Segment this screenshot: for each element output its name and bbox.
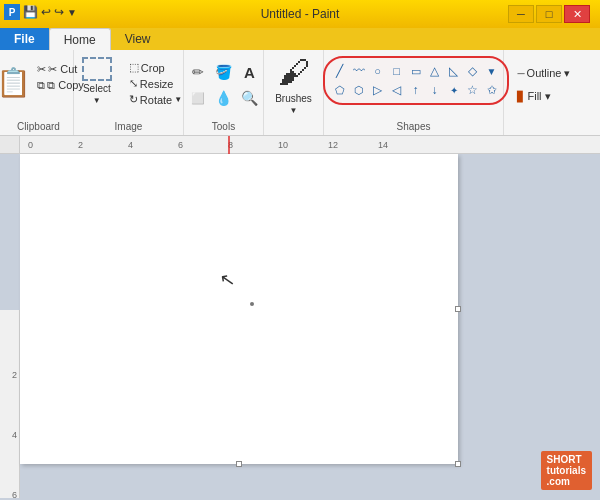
tools-label: Tools — [184, 121, 263, 132]
ruler-h-mark-0: 0 — [28, 140, 33, 150]
text-tool[interactable]: A — [238, 60, 262, 84]
paste-button[interactable]: 📋 — [0, 60, 35, 104]
paste-icon: 📋 — [0, 66, 31, 99]
tab-file[interactable]: File — [0, 28, 49, 50]
copy-icon: ⧉ — [37, 79, 45, 92]
canvas-point — [250, 302, 254, 306]
resize-icon: ⤡ — [129, 77, 138, 90]
outline-button[interactable]: ─ Outline ▾ — [512, 64, 575, 83]
fill-tool[interactable]: 🪣 — [212, 60, 236, 84]
shape-4-arrow[interactable]: ✦ — [445, 81, 463, 99]
shape-left-arrow[interactable]: ◁ — [388, 81, 406, 99]
shape-oval[interactable]: ○ — [369, 62, 387, 80]
cut-icon: ✂ — [37, 63, 46, 76]
brushes-button[interactable]: 🖌 Brushes ▼ — [268, 58, 320, 110]
paint-canvas[interactable] — [20, 154, 458, 464]
ruler-v-mark-2: 2 — [12, 370, 17, 380]
save-qa-btn[interactable]: 💾 — [23, 5, 38, 19]
undo-qa-btn[interactable]: ↩ — [41, 5, 51, 19]
resize-button[interactable]: ⤡ Resize — [127, 76, 184, 91]
shape-up-arrow[interactable]: ↑ — [407, 81, 425, 99]
fill-icon: 🪣 — [215, 64, 232, 80]
ruler-h-mark-4: 4 — [128, 140, 133, 150]
shape-diamond[interactable]: ◇ — [464, 62, 482, 80]
image-label: Image — [74, 121, 183, 132]
canvas-handle-bottom[interactable] — [236, 461, 242, 467]
shapes-label: Shapes — [324, 121, 503, 132]
watermark: SHORT tutorials .com — [541, 451, 592, 490]
ruler-h-cursor — [228, 136, 230, 154]
select-button[interactable]: Select ▼ — [73, 56, 121, 106]
tab-home[interactable]: Home — [49, 28, 111, 50]
close-button[interactable]: ✕ — [564, 5, 590, 23]
zoom-icon: 🔍 — [241, 90, 258, 106]
app-icon: P — [4, 4, 20, 20]
outline-icon: ─ — [517, 68, 524, 79]
clipboard-label: Clipboard — [4, 121, 73, 132]
shape-down-arrow[interactable]: ↓ — [426, 81, 444, 99]
select-dropdown-icon: ▼ — [93, 96, 101, 105]
shape-star4[interactable]: ☆ — [464, 81, 482, 99]
maximize-button[interactable]: □ — [536, 5, 562, 23]
canvas-handle-right[interactable] — [455, 306, 461, 312]
shape-line[interactable]: ╱ — [331, 62, 349, 80]
brushes-dropdown-icon: ▼ — [290, 106, 298, 115]
brushes-icon: 🖌 — [278, 54, 310, 91]
fill-button[interactable]: ▊ Fill ▾ — [512, 87, 575, 106]
canvas-handle-corner[interactable] — [455, 461, 461, 467]
text-icon: A — [244, 64, 255, 81]
rotate-icon: ↻ — [129, 93, 138, 106]
shape-pentagon[interactable]: ⬠ — [331, 81, 349, 99]
picker-tool[interactable]: 💧 — [212, 86, 236, 110]
tab-view[interactable]: View — [111, 28, 165, 50]
shape-rounded-rect[interactable]: ▭ — [407, 62, 425, 80]
picker-icon: 💧 — [215, 90, 232, 106]
zoom-tool[interactable]: 🔍 — [238, 86, 262, 110]
shape-scroll[interactable]: ▼ — [483, 62, 501, 80]
rotate-button[interactable]: ↻ Rotate ▼ — [127, 92, 184, 107]
shape-hexagon[interactable]: ⬡ — [350, 81, 368, 99]
shape-right-triangle[interactable]: ◺ — [445, 62, 463, 80]
shape-curve[interactable]: 〰 — [350, 62, 368, 80]
eraser-tool[interactable]: ⬜ — [186, 86, 210, 110]
crop-icon: ⬚ — [129, 61, 139, 74]
shape-rect[interactable]: □ — [388, 62, 406, 80]
pencil-icon: ✏ — [192, 64, 204, 80]
ruler-v-mark-4: 4 — [12, 430, 17, 440]
shape-triangle[interactable]: △ — [426, 62, 444, 80]
ruler-h-mark-10: 10 — [278, 140, 288, 150]
redo-qa-btn[interactable]: ↪ — [54, 5, 64, 19]
rotate-dropdown-icon: ▼ — [174, 95, 182, 104]
crop-button[interactable]: ⬚ Crop — [127, 60, 184, 75]
ruler-h-mark-12: 12 — [328, 140, 338, 150]
fill-icon: ▊ — [517, 91, 525, 102]
ruler-h-mark-2: 2 — [78, 140, 83, 150]
shape-right-arrow[interactable]: ▷ — [369, 81, 387, 99]
select-icon — [82, 57, 112, 81]
ruler-v-mark-6: 6 — [12, 490, 17, 498]
window-title: Untitled - Paint — [261, 7, 340, 21]
ruler-h-mark-14: 14 — [378, 140, 388, 150]
shape-star5[interactable]: ✩ — [483, 81, 501, 99]
ruler-h-mark-6: 6 — [178, 140, 183, 150]
pencil-tool[interactable]: ✏ — [186, 60, 210, 84]
minimize-button[interactable]: ─ — [508, 5, 534, 23]
eraser-icon: ⬜ — [191, 92, 205, 105]
dropdown-qa-icon[interactable]: ▼ — [67, 7, 77, 18]
